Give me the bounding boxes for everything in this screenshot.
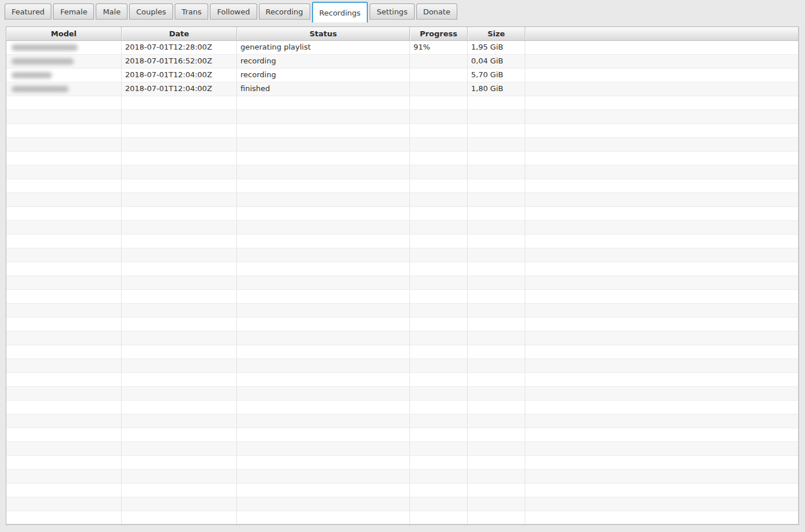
table-row[interactable]: 2018-07-01T12:04:00Z recording 5,70 GiB: [6, 69, 798, 82]
column-header-model[interactable]: Model: [6, 27, 122, 40]
cell-model: [6, 290, 122, 303]
cell-date: [122, 165, 237, 179]
cell-blank: [525, 290, 798, 303]
cell-size: [468, 235, 525, 248]
tab-featured[interactable]: Featured: [5, 3, 51, 20]
cell-size: [468, 165, 525, 179]
cell-blank: [525, 387, 798, 400]
cell-status: [237, 124, 410, 137]
cell-model: [6, 331, 122, 345]
tab-recordings[interactable]: Recordings: [312, 2, 368, 22]
cell-size: [468, 511, 525, 525]
cell-size: [468, 193, 525, 206]
cell-status: [237, 290, 410, 303]
cell-progress: [410, 207, 468, 220]
table-row-empty: [6, 414, 798, 428]
table-row-empty: [6, 221, 798, 235]
cell-status: [237, 96, 410, 110]
cell-progress: [410, 248, 468, 262]
cell-date: [122, 387, 237, 400]
cell-size: [468, 401, 525, 414]
cell-date: 2018-07-01T12:04:00Z: [122, 82, 237, 96]
cell-size: [468, 221, 525, 234]
cell-blank: [525, 207, 798, 220]
cell-date: 2018-07-01T12:28:00Z: [122, 41, 237, 54]
cell-status: [237, 401, 410, 414]
cell-progress: [410, 304, 468, 317]
table-row-empty: [6, 262, 798, 276]
table-row[interactable]: 2018-07-01T16:52:00Z recording 0,04 GiB: [6, 55, 798, 69]
table-row-empty: [6, 497, 798, 511]
column-header-date[interactable]: Date: [122, 27, 237, 40]
tab-male[interactable]: Male: [96, 3, 127, 20]
column-header-progress[interactable]: Progress: [410, 27, 468, 40]
cell-status: [237, 318, 410, 331]
cell-date: [122, 276, 237, 289]
cell-size: [468, 345, 525, 359]
column-header-status[interactable]: Status: [237, 27, 410, 40]
cell-size: [468, 290, 525, 303]
cell-date: [122, 359, 237, 372]
cell-size: [468, 124, 525, 137]
table-row-empty: [6, 428, 798, 442]
table-row-empty: [6, 152, 798, 165]
table-row[interactable]: 2018-07-01T12:04:00Z finished 1,80 GiB: [6, 82, 798, 96]
cell-date: 2018-07-01T16:52:00Z: [122, 55, 237, 68]
cell-blank: [525, 138, 798, 151]
cell-progress: [410, 318, 468, 331]
cell-blank: [525, 414, 798, 428]
table-row-empty: [6, 318, 798, 331]
cell-status: [237, 511, 410, 525]
table-row-empty: [6, 373, 798, 387]
cell-status: recording: [237, 55, 410, 68]
cell-blank: [525, 96, 798, 110]
tab-couples[interactable]: Couples: [129, 3, 173, 20]
cell-size: [468, 138, 525, 151]
cell-date: [122, 221, 237, 234]
cell-date: [122, 235, 237, 248]
tab-recording[interactable]: Recording: [259, 3, 310, 20]
cell-blank: [525, 110, 798, 123]
cell-date: [122, 442, 237, 455]
cell-size: [468, 179, 525, 193]
tab-followed[interactable]: Followed: [210, 3, 257, 20]
cell-model: [6, 138, 122, 151]
cell-date: [122, 345, 237, 359]
tab-settings[interactable]: Settings: [370, 3, 414, 20]
cell-size: [468, 262, 525, 276]
cell-status: [237, 414, 410, 428]
cell-status: [237, 470, 410, 483]
cell-status: [237, 248, 410, 262]
cell-model: [6, 193, 122, 206]
cell-progress: [410, 428, 468, 442]
tab-donate[interactable]: Donate: [416, 3, 457, 20]
cell-model: [6, 428, 122, 442]
table-row-empty: [6, 193, 798, 207]
cell-date: [122, 152, 237, 165]
cell-progress: [410, 55, 468, 68]
cell-blank: [525, 428, 798, 442]
tab-female[interactable]: Female: [53, 3, 94, 20]
cell-blank: [525, 55, 798, 68]
cell-date: [122, 110, 237, 123]
cell-model: [6, 497, 122, 511]
cell-size: 0,04 GiB: [468, 55, 525, 68]
column-header-size[interactable]: Size: [468, 27, 525, 40]
cell-blank: [525, 484, 798, 497]
cell-date: [122, 207, 237, 220]
cell-progress: [410, 484, 468, 497]
cell-status: [237, 221, 410, 234]
table-row[interactable]: 2018-07-01T12:28:00Z generating playlist…: [6, 41, 798, 55]
cell-blank: [525, 276, 798, 289]
table-row-empty: [6, 165, 798, 179]
cell-size: [468, 470, 525, 483]
tab-trans[interactable]: Trans: [175, 3, 208, 20]
cell-blank: [525, 359, 798, 372]
cell-model: [6, 248, 122, 262]
cell-model: [6, 373, 122, 386]
cell-blank: [525, 235, 798, 248]
cell-blank: [525, 318, 798, 331]
cell-model: [6, 124, 122, 137]
cell-size: 1,95 GiB: [468, 41, 525, 54]
model-name-redacted: [12, 58, 74, 65]
